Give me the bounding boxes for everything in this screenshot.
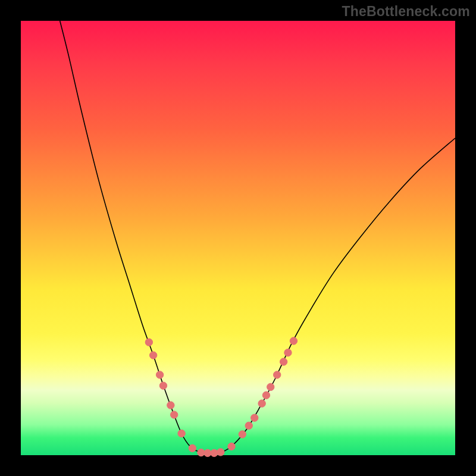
sample-point (228, 443, 235, 450)
sample-point (251, 414, 258, 421)
sample-point (211, 449, 218, 456)
sample-point (189, 444, 196, 452)
bottleneck-curve-svg (21, 21, 455, 455)
sample-point (284, 349, 292, 356)
sample-point (274, 371, 281, 378)
sample-point (262, 392, 270, 399)
sample-point (156, 371, 163, 378)
sample-point (280, 358, 287, 365)
bottleneck-curve (60, 21, 455, 453)
sample-point (267, 383, 274, 390)
sample-point (170, 411, 177, 418)
plot-area (21, 21, 455, 455)
sample-point (149, 352, 156, 359)
sample-point (217, 449, 224, 456)
chart-frame: TheBottleneck.com (0, 0, 476, 476)
sample-point (290, 337, 297, 345)
sample-point (167, 402, 174, 409)
sample-point (245, 422, 252, 429)
sample-point (145, 339, 152, 346)
watermark-text: TheBottleneck.com (342, 4, 470, 20)
sample-point (239, 431, 246, 438)
sample-point (159, 382, 167, 389)
sample-points-group (145, 337, 297, 457)
sample-point (178, 430, 185, 437)
sample-point (258, 400, 265, 407)
